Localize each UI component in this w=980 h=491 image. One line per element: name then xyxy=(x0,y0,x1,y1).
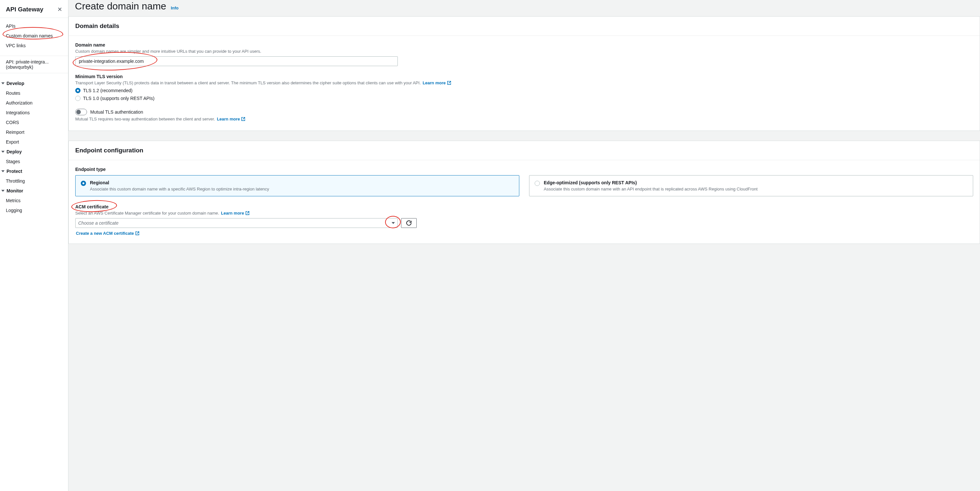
panel-title-endpoint-config: Endpoint configuration xyxy=(75,147,973,154)
field-domain-name: Domain name Custom domain names are simp… xyxy=(75,42,973,66)
sidebar-item-metrics[interactable]: Metrics xyxy=(0,196,68,205)
sidebar-item-vpc-links[interactable]: VPC links xyxy=(0,41,68,51)
sidebar-group-protect[interactable]: Protect xyxy=(0,166,68,176)
panel-domain-details: Domain details Domain name Custom domain… xyxy=(68,16,980,131)
label-acm-certificate: ACM certificate xyxy=(75,204,973,209)
label-endpoint-type: Endpoint type xyxy=(75,167,973,172)
sidebar-top-section: APIs Custom domain names VPC links xyxy=(0,18,68,54)
radio-card-label-edge: Edge-optimized (supports only REST APIs) xyxy=(544,180,757,185)
label-mtls: Mutual TLS authentication xyxy=(90,110,143,114)
sidebar-item-reimport[interactable]: Reimport xyxy=(0,127,68,137)
toggle-mtls[interactable] xyxy=(75,109,87,115)
page-title: Create domain name xyxy=(75,1,166,12)
sidebar-item-logging[interactable]: Logging xyxy=(0,205,68,215)
sidebar-item-export[interactable]: Export xyxy=(0,137,68,147)
radio-card-desc-regional: Associate this custom domain name with a… xyxy=(90,187,269,191)
sidebar-item-throttling[interactable]: Throttling xyxy=(0,176,68,186)
sidebar-group-develop[interactable]: Develop xyxy=(0,78,68,88)
radio-card-regional[interactable]: Regional Associate this custom domain na… xyxy=(75,175,519,196)
field-acm-certificate: ACM certificate Select an AWS Certificat… xyxy=(75,204,973,236)
radio-card-edge[interactable]: Edge-optimized (supports only REST APIs)… xyxy=(529,175,973,196)
sidebar-item-custom-domain-names[interactable]: Custom domain names xyxy=(0,31,68,41)
close-icon[interactable]: ✕ xyxy=(57,6,62,13)
external-link-icon xyxy=(135,231,140,235)
sidebar-api-name: API: private-integra... xyxy=(6,59,62,65)
sidebar-title: API Gateway xyxy=(6,6,43,13)
radio-endpoint-edge[interactable] xyxy=(535,181,540,186)
page-header: Create domain name Info xyxy=(68,0,980,16)
panel-endpoint-config: Endpoint configuration Endpoint type Reg… xyxy=(68,141,980,244)
field-endpoint-type: Endpoint type Regional Associate this cu… xyxy=(75,167,973,196)
desc-min-tls: Transport Layer Security (TLS) protects … xyxy=(75,80,421,85)
panel-title-domain-details: Domain details xyxy=(75,22,973,30)
sidebar-item-routes[interactable]: Routes xyxy=(0,88,68,98)
learn-more-acm-link[interactable]: Learn more xyxy=(221,211,250,216)
radio-tls-10[interactable] xyxy=(75,96,81,101)
toggle-knob xyxy=(76,110,81,114)
sidebar-item-stages[interactable]: Stages xyxy=(0,157,68,166)
external-link-icon xyxy=(447,81,451,85)
domain-name-input[interactable] xyxy=(75,56,398,66)
main-content: Create domain name Info Domain details D… xyxy=(68,0,980,491)
radio-label-tls-12: TLS 1.2 (recommended) xyxy=(83,88,133,93)
radio-tls-12[interactable] xyxy=(75,88,81,93)
refresh-icon xyxy=(406,221,412,226)
info-link[interactable]: Info xyxy=(171,6,178,10)
chevron-down-icon xyxy=(1,83,5,84)
chevron-down-icon xyxy=(1,151,5,153)
external-link-icon xyxy=(245,211,250,215)
sidebar-item-integrations[interactable]: Integrations xyxy=(0,108,68,118)
radio-card-label-regional: Regional xyxy=(90,180,269,185)
sidebar-group-deploy[interactable]: Deploy xyxy=(0,147,68,157)
field-min-tls: Minimum TLS version Transport Layer Secu… xyxy=(75,74,973,101)
label-min-tls: Minimum TLS version xyxy=(75,74,973,79)
select-placeholder: Choose a certificate xyxy=(78,221,119,226)
create-acm-certificate-link[interactable]: Create a new ACM certificate xyxy=(76,231,140,236)
desc-mtls: Mutual TLS requires two-way authenticati… xyxy=(75,116,215,121)
sidebar-api-id: (obwvqurbyk) xyxy=(6,65,62,70)
sidebar: API Gateway ✕ APIs Custom domain names V… xyxy=(0,0,68,491)
sidebar-item-apis[interactable]: APIs xyxy=(0,21,68,31)
learn-more-tls-link[interactable]: Learn more xyxy=(423,80,451,85)
refresh-button[interactable] xyxy=(401,218,417,228)
desc-domain-name: Custom domain names are simpler and more… xyxy=(75,49,973,54)
radio-endpoint-regional[interactable] xyxy=(81,181,86,186)
field-mtls: Mutual TLS authentication Mutual TLS req… xyxy=(75,109,973,121)
sidebar-current-api[interactable]: API: private-integra... (obwvqurbyk) xyxy=(0,56,68,73)
external-link-icon xyxy=(241,117,245,121)
acm-certificate-select[interactable]: Choose a certificate xyxy=(75,218,398,228)
learn-more-mtls-link[interactable]: Learn more xyxy=(217,116,246,121)
radio-label-tls-10: TLS 1.0 (supports only REST APIs) xyxy=(83,96,154,101)
chevron-down-icon xyxy=(391,222,395,224)
sidebar-group-monitor[interactable]: Monitor xyxy=(0,186,68,196)
sidebar-item-authorization[interactable]: Authorization xyxy=(0,98,68,108)
label-domain-name: Domain name xyxy=(75,42,973,48)
desc-acm-certificate: Select an AWS Certificate Manager certif… xyxy=(75,211,219,216)
chevron-down-icon xyxy=(1,190,5,192)
radio-card-desc-edge: Associate this custom domain name with a… xyxy=(544,187,757,191)
sidebar-item-cors[interactable]: CORS xyxy=(0,118,68,127)
chevron-down-icon xyxy=(1,170,5,172)
